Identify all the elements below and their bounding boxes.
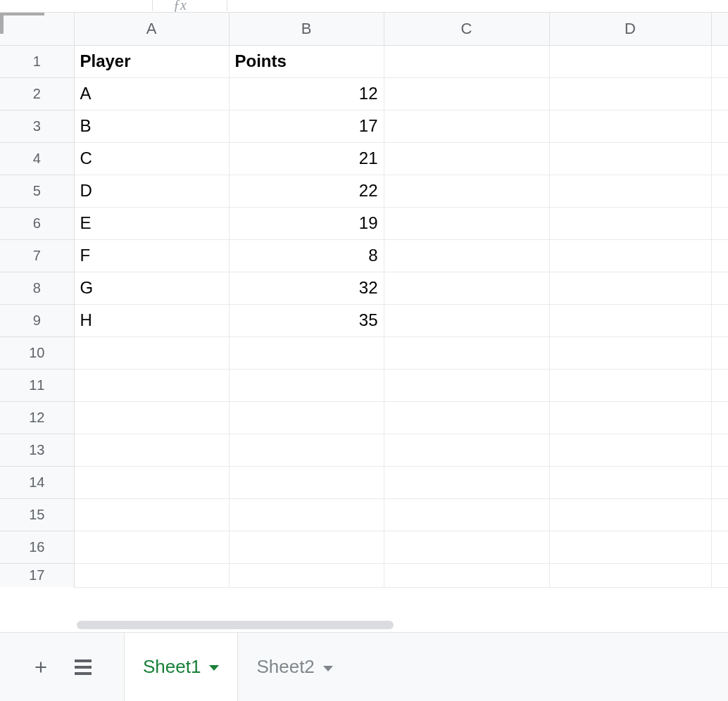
cell-B12[interactable]: [229, 401, 384, 434]
cell-A5[interactable]: D: [74, 175, 229, 207]
cell-A6[interactable]: E: [74, 207, 229, 239]
row-header[interactable]: 5: [0, 175, 74, 207]
cell-B14[interactable]: [229, 466, 384, 498]
cell-A13[interactable]: [74, 434, 229, 466]
cell-C3[interactable]: [384, 110, 549, 142]
cell-D4[interactable]: [549, 142, 711, 175]
cell-E5[interactable]: [711, 175, 728, 207]
cell-D10[interactable]: [549, 336, 711, 369]
cell-D14[interactable]: [549, 466, 711, 498]
cell-E8[interactable]: [711, 272, 728, 304]
cell-A14[interactable]: [74, 466, 229, 498]
cell-C5[interactable]: [384, 175, 549, 207]
column-header-C[interactable]: C: [384, 13, 549, 45]
cell-B2[interactable]: 12: [229, 77, 384, 110]
cell-B15[interactable]: [229, 498, 384, 531]
row-header[interactable]: 16: [0, 531, 74, 563]
cell-E4[interactable]: [711, 142, 728, 175]
row-header[interactable]: 10: [0, 336, 74, 369]
cell-A12[interactable]: [74, 401, 229, 434]
cell-D13[interactable]: [549, 434, 711, 466]
cell-B6[interactable]: 19: [229, 207, 384, 239]
cell-A9[interactable]: H: [74, 304, 229, 336]
cell-A2[interactable]: A: [74, 77, 229, 110]
cell-B8[interactable]: 32: [229, 272, 384, 304]
cell-E10[interactable]: [711, 336, 728, 369]
cell-D9[interactable]: [549, 304, 711, 336]
cell-D7[interactable]: [549, 239, 711, 272]
cell-C1[interactable]: [384, 45, 549, 77]
sheet-tab-inactive[interactable]: Sheet2: [238, 633, 351, 701]
cell-E1[interactable]: [711, 45, 728, 77]
cell-C10[interactable]: [384, 336, 549, 369]
column-header-B[interactable]: B: [229, 13, 384, 45]
cell-A17[interactable]: [74, 563, 229, 587]
row-header[interactable]: 8: [0, 272, 74, 304]
row-header[interactable]: 4: [0, 142, 74, 175]
cell-D2[interactable]: [549, 77, 711, 110]
row-header[interactable]: 6: [0, 207, 74, 239]
cell-E3[interactable]: [711, 110, 728, 142]
cell-A8[interactable]: G: [74, 272, 229, 304]
cell-A10[interactable]: [74, 336, 229, 369]
cell-C15[interactable]: [384, 498, 549, 531]
cell-D1[interactable]: [549, 45, 711, 77]
row-header[interactable]: 17: [0, 563, 74, 587]
cell-B16[interactable]: [229, 531, 384, 563]
cell-E16[interactable]: [711, 531, 728, 563]
cell-D3[interactable]: [549, 110, 711, 142]
cell-B4[interactable]: 21: [229, 142, 384, 175]
cell-C13[interactable]: [384, 434, 549, 466]
cell-E6[interactable]: [711, 207, 728, 239]
cell-A4[interactable]: C: [74, 142, 229, 175]
cell-E9[interactable]: [711, 304, 728, 336]
cell-E12[interactable]: [711, 401, 728, 434]
cell-E2[interactable]: [711, 77, 728, 110]
cell-C7[interactable]: [384, 239, 549, 272]
row-header[interactable]: 9: [0, 304, 74, 336]
cell-E13[interactable]: [711, 434, 728, 466]
sheet-tab-menu-icon[interactable]: [209, 665, 219, 671]
cell-C8[interactable]: [384, 272, 549, 304]
cell-D15[interactable]: [549, 498, 711, 531]
cell-A1[interactable]: Player: [74, 45, 229, 77]
row-header[interactable]: 1: [0, 45, 74, 77]
add-sheet-button[interactable]: [20, 646, 62, 688]
cell-D6[interactable]: [549, 207, 711, 239]
cell-D12[interactable]: [549, 401, 711, 434]
horizontal-scrollbar[interactable]: [70, 618, 728, 632]
cell-C9[interactable]: [384, 304, 549, 336]
cell-E14[interactable]: [711, 466, 728, 498]
row-header[interactable]: 7: [0, 239, 74, 272]
cell-E11[interactable]: [711, 369, 728, 401]
select-all-corner[interactable]: [0, 13, 74, 45]
cell-C2[interactable]: [384, 77, 549, 110]
cell-B1[interactable]: Points: [229, 45, 384, 77]
row-header[interactable]: 13: [0, 434, 74, 466]
cell-B5[interactable]: 22: [229, 175, 384, 207]
row-header[interactable]: 12: [0, 401, 74, 434]
cell-B9[interactable]: 35: [229, 304, 384, 336]
cell-B10[interactable]: [229, 336, 384, 369]
all-sheets-button[interactable]: [62, 646, 104, 688]
row-header[interactable]: 2: [0, 77, 74, 110]
row-header[interactable]: 15: [0, 498, 74, 531]
column-header-D[interactable]: D: [549, 13, 711, 45]
row-header[interactable]: 3: [0, 110, 74, 142]
cell-B17[interactable]: [229, 563, 384, 587]
row-header[interactable]: 14: [0, 466, 74, 498]
cell-D16[interactable]: [549, 531, 711, 563]
cell-A3[interactable]: B: [74, 110, 229, 142]
cell-B7[interactable]: 8: [229, 239, 384, 272]
cell-C12[interactable]: [384, 401, 549, 434]
cell-D17[interactable]: [549, 563, 711, 587]
cell-D5[interactable]: [549, 175, 711, 207]
cell-B3[interactable]: 17: [229, 110, 384, 142]
cell-C17[interactable]: [384, 563, 549, 587]
cell-C4[interactable]: [384, 142, 549, 175]
spreadsheet-grid[interactable]: A B C D 1 Player Points 2: [0, 13, 728, 617]
cell-A16[interactable]: [74, 531, 229, 563]
cell-E15[interactable]: [711, 498, 728, 531]
cell-A15[interactable]: [74, 498, 229, 531]
cell-B11[interactable]: [229, 369, 384, 401]
